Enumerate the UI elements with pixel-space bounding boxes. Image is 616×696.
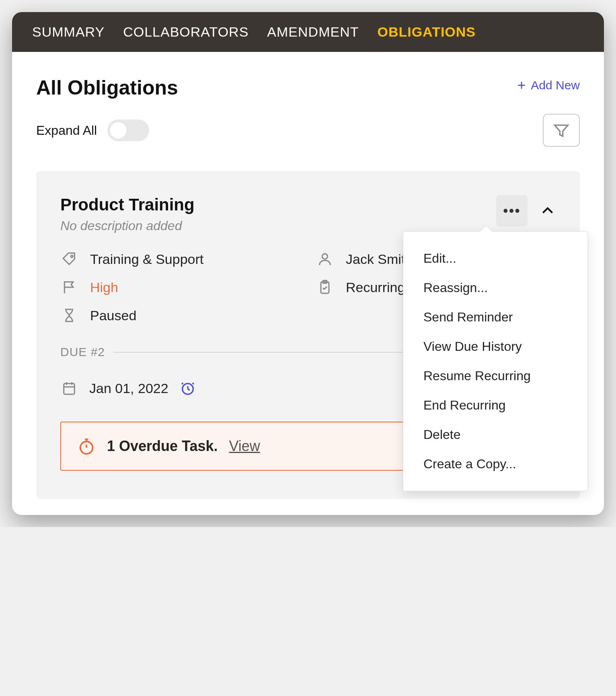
svg-point-2 [71,255,73,257]
dots-icon: ••• [503,202,521,219]
card-actions: ••• [496,195,556,227]
toggle-knob [109,121,127,139]
add-new-button[interactable]: Add New [516,78,580,92]
content-area: All Obligations Add New Expand All [12,52,604,515]
menu-edit[interactable]: Edit... [403,244,587,273]
user-icon [316,251,334,267]
svg-line-12 [188,389,190,390]
alert-text: 1 Overdue Task. [107,438,218,455]
menu-resume-recurring[interactable]: Resume Recurring [403,361,587,391]
meta-status: Paused [60,307,300,323]
menu-end-recurring[interactable]: End Recurring [403,391,587,420]
actions-dropdown: Edit... Reassign... Send Reminder View D… [403,231,588,491]
svg-point-3 [322,254,327,259]
tab-obligations[interactable]: OBLIGATIONS [377,24,476,40]
expand-all-group: Expand All [36,119,149,141]
tab-collaborators[interactable]: COLLABORATORS [123,24,248,40]
controls-row: Expand All [36,114,580,147]
menu-view-due-history[interactable]: View Due History [403,332,587,361]
card-description: No description added [60,218,195,233]
clipboard-check-icon [316,279,334,295]
page-title: All Obligations [36,76,178,99]
flag-icon [60,279,78,295]
more-actions-button[interactable]: ••• [496,195,528,227]
status-text: Paused [90,308,136,323]
tag-icon [60,251,78,267]
add-new-label: Add New [531,78,580,92]
obligation-card: Product Training No description added ••… [36,171,580,499]
menu-reassign[interactable]: Reassign... [403,273,587,303]
filter-button[interactable] [543,114,580,147]
due-label: DUE #2 [60,345,105,359]
tabbar: SUMMARY COLLABORATORS AMENDMENT OBLIGATI… [12,12,604,52]
header-row: All Obligations Add New [36,76,580,99]
recurrence-text: Recurring [346,280,405,295]
menu-send-reminder[interactable]: Send Reminder [403,303,587,332]
tab-amendment[interactable]: AMENDMENT [267,24,359,40]
clock-icon [180,380,196,396]
tab-summary[interactable]: SUMMARY [32,24,105,40]
plus-icon [516,80,527,91]
expand-all-label: Expand All [36,123,97,138]
hourglass-icon [60,307,78,323]
svg-rect-6 [64,383,75,394]
filter-icon [552,121,570,139]
due-date-text: Jan 01, 2022 [89,381,168,396]
app-window: SUMMARY COLLABORATORS AMENDMENT OBLIGATI… [12,12,604,515]
menu-delete[interactable]: Delete [403,420,587,449]
priority-text: High [90,280,118,295]
alert-view-link[interactable]: View [229,438,260,455]
stopwatch-icon [77,437,96,455]
meta-category: Training & Support [60,251,300,267]
category-text: Training & Support [90,251,203,267]
calendar-icon [60,380,78,396]
expand-all-toggle[interactable] [107,119,149,141]
chevron-up-icon [540,203,556,219]
card-title: Product Training [60,195,195,214]
meta-priority: High [60,279,300,295]
card-header: Product Training No description added ••… [60,195,556,233]
menu-create-copy[interactable]: Create a Copy... [403,449,587,479]
collapse-button[interactable] [540,203,556,219]
